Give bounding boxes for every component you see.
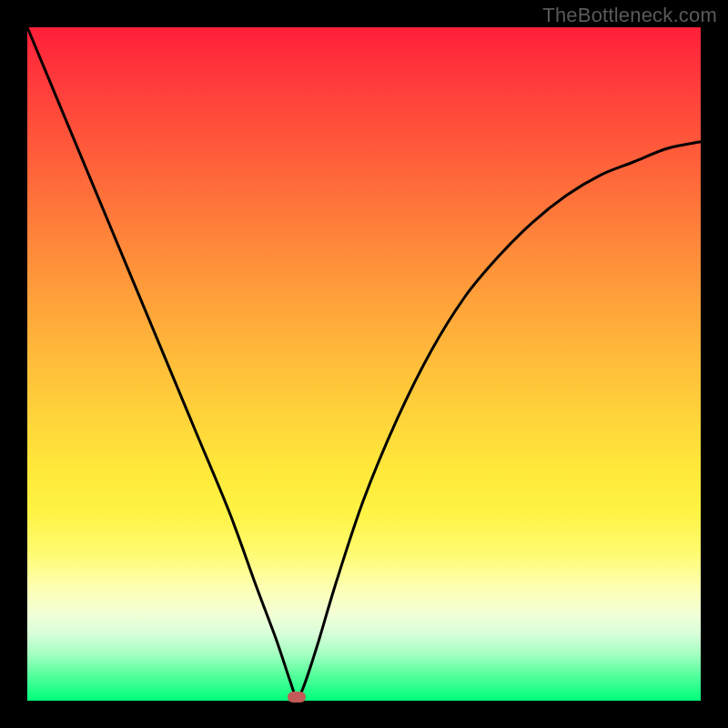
plot-area <box>27 27 701 701</box>
chart-frame: TheBottleneck.com <box>0 0 728 728</box>
watermark-text: TheBottleneck.com <box>542 4 717 27</box>
bottleneck-curve <box>27 27 701 701</box>
minimum-marker <box>288 692 306 703</box>
